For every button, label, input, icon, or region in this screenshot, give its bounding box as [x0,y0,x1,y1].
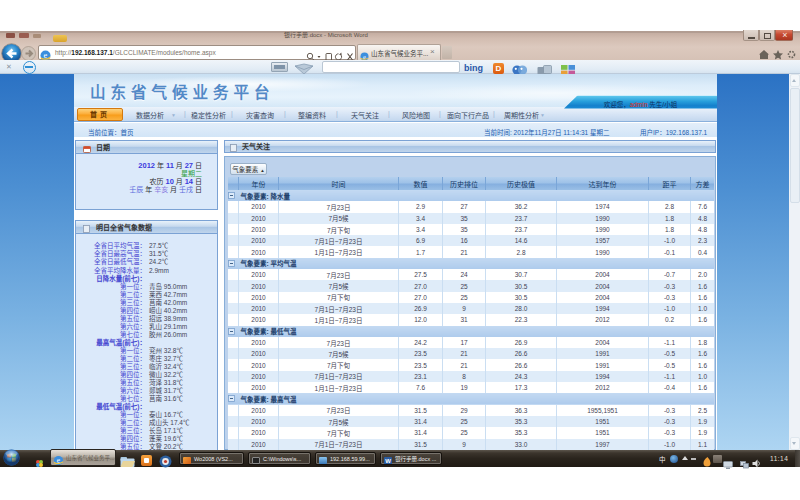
svg-text:e: e [363,53,366,60]
svg-text:e: e [44,50,48,60]
